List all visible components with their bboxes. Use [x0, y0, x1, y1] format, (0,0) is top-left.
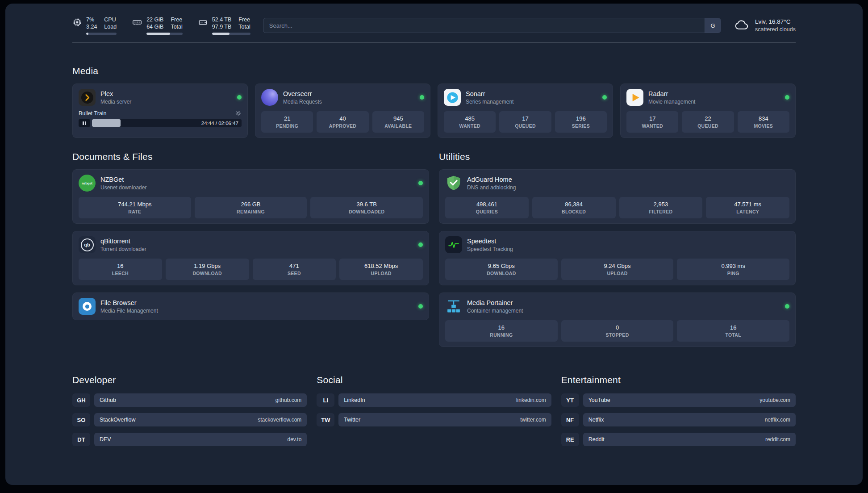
section-title-developer: Developer — [72, 375, 307, 385]
bookmark-abbr: NF — [561, 413, 579, 426]
app-name: NZBGet — [100, 175, 146, 184]
app-name: Overseerr — [283, 90, 322, 98]
stat-value: 834 — [739, 115, 788, 122]
qbittorrent-icon: qb — [79, 236, 96, 253]
app-card-portainer[interactable]: Media Portainer Container management 16 … — [439, 292, 796, 347]
now-playing-title: Bullet Train — [79, 110, 107, 117]
radarr-icon — [626, 89, 643, 106]
stat-box: 196 SERIES — [555, 111, 607, 133]
cpu-icon — [72, 17, 82, 27]
bookmark-url: stackoverflow.com — [258, 417, 301, 423]
bookmark-abbr: RE — [561, 433, 579, 446]
stat-value: 9.65 Gbps — [447, 262, 556, 270]
stat-value: 21 — [263, 115, 311, 122]
app-subtitle: Speedtest Tracking — [467, 246, 513, 253]
bookmark-url: dev.to — [288, 436, 302, 443]
stat-value: 39.6 TB — [312, 201, 421, 208]
app-card-radarr[interactable]: Radarr Movie management 17 WANTED 22 QUE… — [620, 84, 796, 138]
app-card-speedtest[interactable]: Speedtest Speedtest Tracking 9.65 Gbps D… — [439, 231, 796, 285]
stat-value: 22 — [684, 115, 732, 122]
bookmark-abbr: YT — [561, 393, 579, 407]
app-card-overseerr[interactable]: Overseerr Media Requests 21 PENDING 40 A… — [255, 84, 430, 138]
stat-label: BLOCKED — [534, 209, 614, 215]
search-engine-button[interactable]: G — [705, 18, 721, 33]
status-online-dot — [785, 95, 789, 100]
stat-value: 86,384 — [534, 201, 614, 208]
app-name: Plex — [100, 90, 131, 98]
stat-label: FILTERED — [621, 209, 701, 215]
stat-label: TOTAL — [679, 332, 788, 338]
memory-free-label: Free — [171, 16, 182, 23]
storage-total-value: 97.9 TB — [212, 23, 232, 30]
bookmark-reddit[interactable]: RE Reddit reddit.com — [561, 433, 796, 446]
weather-widget: Lviv, 16.87°C scattered clouds — [734, 18, 796, 33]
dashboard-page: 7% 3.24 CPU Load — [0, 0, 868, 493]
bookmark-github[interactable]: GH Github github.com — [72, 393, 307, 407]
nzbget-icon: nzbget — [79, 175, 96, 192]
bookmark-url: twitter.com — [520, 417, 546, 423]
stat-box: 39.6 TB DOWNLOADED — [310, 197, 423, 218]
cloud-icon — [734, 18, 751, 33]
app-card-qbittorrent[interactable]: qb qBittorrent Torrent downloader 16 LEE… — [72, 231, 429, 285]
stat-value: 9.24 Gbps — [563, 262, 672, 270]
app-card-adguard[interactable]: AdGuard Home DNS and adblocking 498,461 … — [439, 169, 796, 224]
app-name: Media Portainer — [467, 299, 523, 307]
stat-box: 9.65 Gbps DOWNLOAD — [445, 259, 558, 280]
search-input[interactable] — [263, 18, 705, 33]
ram-icon — [132, 17, 142, 27]
memory-free-value: 22 GiB — [146, 16, 163, 23]
stat-label: DOWNLOADED — [312, 209, 421, 215]
cpu-metric: 7% 3.24 CPU Load — [72, 16, 117, 35]
section-title-social: Social — [317, 375, 551, 385]
bookmark-url: github.com — [275, 397, 302, 403]
storage-metric: 52.4 TB 97.9 TB Free Total — [198, 16, 250, 35]
hard-drive-icon — [198, 17, 208, 27]
stat-box: 40 APPROVED — [317, 111, 368, 133]
stat-label: DOWNLOAD — [447, 270, 556, 277]
bookmark-netflix[interactable]: NF Netflix netflix.com — [561, 413, 796, 426]
stat-label: STOPPED — [563, 332, 672, 338]
status-online-dot — [237, 95, 242, 100]
playback-progress-bar[interactable]: 24:44 / 02:06:47 — [92, 119, 242, 127]
storage-progress-bar — [212, 33, 250, 35]
gear-icon[interactable] — [235, 110, 242, 117]
system-metrics: 7% 3.24 CPU Load — [72, 16, 250, 35]
bookmark-youtube[interactable]: YT YouTube youtube.com — [561, 393, 796, 407]
app-subtitle: Media server — [100, 98, 131, 105]
status-online-dot — [418, 181, 423, 185]
pause-button[interactable] — [79, 119, 90, 127]
app-card-nzbget[interactable]: nzbget NZBGet Usenet downloader 744.21 M… — [72, 169, 429, 224]
app-subtitle: Torrent downloader — [100, 246, 146, 253]
stat-box: 266 GB REMAINING — [195, 197, 307, 218]
stat-value: 16 — [447, 324, 556, 331]
nzbget-logo-text: nzbget — [82, 181, 92, 185]
app-name: Speedtest — [467, 237, 513, 246]
memory-metric: 22 GiB 64 GiB Free Total — [132, 16, 183, 35]
stat-label: QUERIES — [447, 209, 527, 215]
app-card-sonarr[interactable]: Sonarr Series management 485 WANTED 17 Q… — [438, 84, 613, 138]
stat-box: 618.52 Mbps UPLOAD — [339, 259, 423, 280]
app-name: AdGuard Home — [467, 175, 516, 184]
app-subtitle: DNS and adblocking — [467, 184, 516, 191]
stat-box: 485 WANTED — [444, 111, 496, 133]
bookmark-linkedin[interactable]: LI LinkedIn linkedin.com — [317, 393, 551, 407]
section-title-utilities: Utilities — [439, 151, 796, 162]
bookmark-stackoverflow[interactable]: SO StackOverflow stackoverflow.com — [72, 413, 307, 426]
status-online-dot — [785, 304, 789, 309]
status-online-dot — [418, 304, 423, 309]
stat-box: 21 PENDING — [261, 111, 313, 133]
app-subtitle: Media Requests — [283, 98, 322, 105]
stat-box: 0 STOPPED — [561, 320, 674, 342]
bookmark-name: DEV — [100, 436, 111, 443]
cpu-progress-bar — [86, 33, 117, 35]
stat-box: 17 WANTED — [626, 111, 678, 133]
bookmark-twitter[interactable]: TW Twitter twitter.com — [317, 413, 551, 426]
portainer-crane-icon — [445, 298, 462, 315]
bookmark-abbr: LI — [317, 393, 334, 407]
stat-label: QUEUED — [501, 123, 549, 130]
bookmark-dev[interactable]: DT DEV dev.to — [72, 433, 307, 446]
dashboard-panel: 7% 3.24 CPU Load — [5, 4, 863, 485]
app-card-filebrowser[interactable]: File Browser Media File Management — [72, 292, 429, 320]
app-card-plex[interactable]: Plex Media server Bullet Train — [72, 84, 248, 138]
stat-label: APPROVED — [318, 123, 367, 130]
